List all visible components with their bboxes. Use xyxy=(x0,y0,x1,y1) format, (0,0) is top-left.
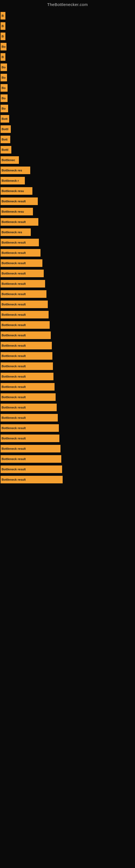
bar-row: Bottleneck result xyxy=(1,258,135,268)
bar-spacer xyxy=(33,208,135,215)
bar-label: Bottleneck res xyxy=(1,166,30,174)
bar-row: Bott xyxy=(1,134,135,145)
bar-spacer xyxy=(5,33,135,40)
bar-row: Bo xyxy=(1,83,135,93)
bar-spacer xyxy=(11,125,135,133)
bar-spacer xyxy=(57,404,135,411)
bar-row: Bottleneck result xyxy=(1,464,135,474)
bar-row: Bottleneck resu xyxy=(1,186,135,196)
bar-row: Bo xyxy=(1,93,135,103)
bar-label: B xyxy=(1,53,5,61)
bar-spacer xyxy=(25,177,135,184)
bar-row: Bottleneck result xyxy=(1,412,135,423)
bar-row: Bottlenec xyxy=(1,155,135,165)
bar-spacer xyxy=(61,455,135,463)
bar-row: Bo xyxy=(1,103,135,114)
bar-label: Bottleneck result xyxy=(1,435,59,442)
bar-label: Bo xyxy=(1,43,6,51)
bar-label: Bott xyxy=(1,115,9,123)
bar-label: Bottleneck result xyxy=(1,373,53,380)
bar-label: Bottleneck result xyxy=(1,404,57,411)
bar-row: Bottleneck result xyxy=(1,371,135,382)
bar-label: Bo xyxy=(1,74,7,82)
bar-row: B xyxy=(1,31,135,41)
bar-spacer xyxy=(19,156,135,164)
bar-row: B xyxy=(1,52,135,62)
bar-row: Bottleneck result xyxy=(1,402,135,412)
bar-label: Bottleneck result xyxy=(1,311,49,318)
bar-label: Bo xyxy=(1,94,8,102)
bar-spacer xyxy=(11,146,135,154)
bar-label: Bottleneck result xyxy=(1,342,52,349)
bar-row: B xyxy=(1,21,135,31)
bar-spacer xyxy=(10,135,135,143)
bar-row: Bottleneck resu xyxy=(1,207,135,217)
bar-spacer xyxy=(6,43,135,51)
bar-row: Bottleneck result xyxy=(1,217,135,227)
bar-spacer xyxy=(53,373,135,380)
bar-label: Bottl xyxy=(1,125,11,133)
bar-spacer xyxy=(58,414,135,422)
bar-label: B xyxy=(1,33,5,40)
bar-row: Bottleneck result xyxy=(1,382,135,392)
bar-label: Bottleneck result xyxy=(1,301,48,308)
bar-row: Bottleneck result xyxy=(1,299,135,310)
bar-row: Bottleneck result xyxy=(1,310,135,320)
bar-spacer xyxy=(31,228,135,236)
bar-label: Bottleneck result xyxy=(1,197,38,205)
bar-spacer xyxy=(9,115,135,123)
bar-spacer xyxy=(56,393,135,401)
bar-label: Bottleneck result xyxy=(1,352,52,360)
bar-label: Bottleneck result xyxy=(1,218,38,226)
bar-label: B xyxy=(1,22,5,30)
bar-label: Bottleneck result xyxy=(1,321,50,329)
bar-label: Bottleneck res xyxy=(1,228,31,236)
bar-label: Bottleneck result xyxy=(1,290,46,298)
bar-spacer xyxy=(5,12,135,20)
bar-spacer xyxy=(5,53,135,61)
bar-spacer xyxy=(59,435,135,442)
bar-spacer xyxy=(54,383,135,391)
bar-spacer xyxy=(44,270,135,277)
bar-row: Bottl xyxy=(1,124,135,134)
bars-container: BBBBoBBoBoBoBoBoBottBottlBottBottlBottle… xyxy=(0,8,135,488)
bar-spacer xyxy=(51,332,135,339)
bar-spacer xyxy=(59,424,135,432)
bar-label: Bottleneck result xyxy=(1,259,42,267)
bar-label: Bottleneck result xyxy=(1,332,51,339)
bar-spacer xyxy=(60,445,135,453)
bar-label: Bottleneck result xyxy=(1,414,58,422)
bar-label: Bottleneck r xyxy=(1,177,25,184)
bar-label: Bott xyxy=(1,135,10,143)
bar-label: Bottleneck result xyxy=(1,280,45,287)
bar-spacer xyxy=(8,105,135,112)
bar-spacer xyxy=(32,187,135,195)
bar-row: Bottleneck res xyxy=(1,227,135,237)
bar-label: Bottl xyxy=(1,146,11,154)
bar-row: Bo xyxy=(1,62,135,72)
bar-label: Bottleneck result xyxy=(1,383,54,391)
bar-spacer xyxy=(52,352,135,360)
bar-spacer xyxy=(45,280,135,287)
site-title-container: TheBottlenecker.com xyxy=(0,0,135,8)
bar-spacer xyxy=(7,63,135,71)
site-title: TheBottlenecker.com xyxy=(0,0,135,8)
bar-row: Bottleneck result xyxy=(1,248,135,258)
bar-label: Bottleneck result xyxy=(1,393,56,401)
bar-label: Bottleneck result xyxy=(1,270,44,277)
bar-spacer xyxy=(42,259,135,267)
bar-row: Bottleneck result xyxy=(1,361,135,371)
bar-spacer xyxy=(49,311,135,318)
bar-spacer xyxy=(50,321,135,329)
bar-label: Bottlenec xyxy=(1,156,19,164)
bar-row: Bottleneck result xyxy=(1,237,135,248)
bar-label: Bottleneck result xyxy=(1,445,60,453)
bar-row: Bo xyxy=(1,72,135,83)
bar-row: Bottleneck result xyxy=(1,474,135,485)
bar-row: Bottleneck result xyxy=(1,330,135,340)
bar-spacer xyxy=(53,362,135,370)
bar-spacer xyxy=(38,197,135,205)
bar-spacer xyxy=(62,465,135,473)
bar-spacer xyxy=(30,166,135,174)
bar-label: Bo xyxy=(1,105,8,112)
